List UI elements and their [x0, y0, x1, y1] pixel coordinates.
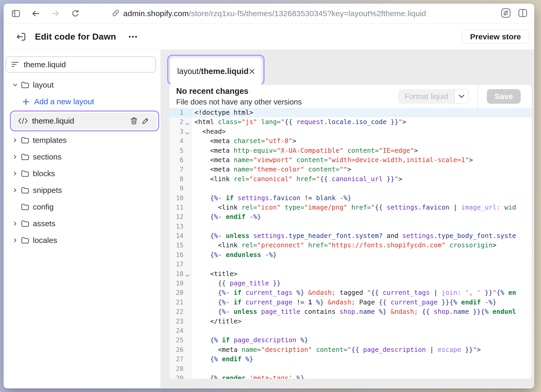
code-line-text: {%- if current_page != 1 %} &ndash; Page…	[192, 298, 496, 307]
line-number-1: 1	[169, 108, 192, 117]
code-line-3[interactable]: 3 <head>	[169, 127, 532, 136]
code-line-27[interactable]: 27 {% endif %}	[169, 354, 532, 364]
code-line-8[interactable]: 8 <link rel="canonical" href="{{ canonic…	[169, 174, 532, 184]
save-button[interactable]: Save	[487, 89, 521, 104]
forward-icon[interactable]	[51, 9, 60, 18]
code-line-text	[192, 222, 194, 231]
line-number-11: 11	[169, 203, 192, 212]
folder-label: templates	[33, 136, 67, 145]
file-item-label: theme.liquid	[32, 117, 74, 125]
folder-icon	[21, 203, 29, 211]
code-line-11[interactable]: 11 <link rel="icon" type="image/png" hre…	[169, 203, 532, 212]
fold-toggle-icon[interactable]	[186, 273, 189, 277]
fold-toggle-icon[interactable]	[186, 121, 189, 125]
status-subtitle: File does not have any other versions	[176, 98, 302, 106]
code-line-6[interactable]: 6 <meta name="viewport" content="width=d…	[169, 155, 532, 165]
split-view-icon[interactable]	[518, 9, 527, 19]
code-line-9[interactable]: 9	[169, 184, 532, 193]
line-number-5: 5	[169, 146, 192, 155]
back-icon[interactable]	[31, 9, 40, 18]
folder-icon	[21, 81, 29, 89]
folder-label: blocks	[33, 169, 55, 178]
file-item-theme-liquid[interactable]: theme.liquid	[12, 113, 157, 129]
code-line-22[interactable]: 22 {%- unless page_title contains shop.n…	[169, 307, 532, 316]
chevron-down-icon	[13, 82, 18, 88]
folder-icon	[21, 136, 29, 144]
code-line-2[interactable]: 2<html class="js" lang="{{ request.local…	[169, 117, 532, 127]
rename-file-button[interactable]	[140, 115, 151, 127]
delete-file-button[interactable]	[128, 115, 140, 127]
code-line-text: <meta charset="utf-8">	[192, 136, 296, 146]
chevron-right-icon	[13, 171, 18, 176]
code-line-26[interactable]: 26 <meta name="description" content="{{ …	[169, 345, 532, 354]
format-liquid-dropdown[interactable]	[454, 89, 469, 104]
refresh-icon[interactable]	[71, 9, 80, 18]
file-filter-input[interactable]: theme.liquid	[6, 57, 156, 72]
browser-toolbar: admin.shopify.com/store/rzq1xu-f5/themes…	[4, 4, 534, 24]
code-line-18[interactable]: 18 <title>	[169, 269, 532, 279]
tab-close-icon[interactable]	[249, 66, 255, 77]
selected-file-ring: theme.liquid	[10, 111, 159, 131]
format-liquid-button[interactable]: Format liquid	[398, 89, 454, 104]
code-line-7[interactable]: 7 <meta name="theme-color" content="">	[169, 165, 532, 174]
code-line-16[interactable]: 16 {%- endunless -%}	[169, 250, 532, 260]
toolbar-divider	[477, 85, 478, 108]
chevron-right-icon	[13, 188, 18, 193]
sidebar-folder-snippets[interactable]: snippets	[4, 182, 161, 199]
code-line-text: {%- endif -%}	[192, 212, 261, 222]
code-line-1[interactable]: 1<!doctype html>	[169, 108, 532, 117]
code-line-17[interactable]: 17	[169, 260, 532, 269]
code-line-23[interactable]: 23 </title>	[169, 317, 532, 326]
code-line-text: <link rel="icon" type="image/png" href="…	[192, 203, 516, 212]
code-line-13[interactable]: 13	[169, 222, 532, 231]
code-line-text: <link rel="preconnect" href="https://fon…	[192, 241, 496, 250]
code-line-text: <link rel="canonical" href="{{ canonical…	[192, 174, 402, 184]
sidebar-folder-config[interactable]: config	[4, 199, 161, 215]
sidebar-folder-sections[interactable]: sections	[4, 149, 161, 165]
code-line-15[interactable]: 15 <link rel="preconnect" href="https://…	[169, 241, 532, 250]
more-actions-icon[interactable]	[126, 33, 140, 40]
code-line-text: {% if page_description %}	[192, 335, 308, 345]
folder-label: locales	[33, 236, 57, 245]
code-line-5[interactable]: 5 <meta http-equiv="X-UA-Compatible" con…	[169, 146, 532, 155]
sidebar-folder-layout[interactable]: layout	[4, 77, 161, 93]
line-number-20: 20	[169, 288, 192, 297]
code-line-29[interactable]: 29 {% render 'meta-tags' %}	[169, 373, 532, 379]
code-line-text: <meta name="theme-color" content="">	[192, 165, 351, 174]
code-line-14[interactable]: 14 {%- unless settings.type_header_font.…	[169, 231, 532, 241]
code-line-text	[192, 364, 194, 373]
sidebar-folder-templates[interactable]: templates	[4, 132, 161, 149]
code-line-4[interactable]: 4 <meta charset="utf-8">	[169, 136, 532, 146]
file-sidebar: theme.liquid layoutAdd a new layout them…	[4, 50, 161, 388]
folder-icon	[21, 153, 29, 161]
fold-toggle-icon[interactable]	[186, 131, 189, 134]
code-line-text: {%- endunless -%}	[192, 250, 277, 260]
code-line-12[interactable]: 12 {%- endif -%}	[169, 212, 532, 222]
code-line-24[interactable]: 24	[169, 326, 532, 335]
preview-store-button[interactable]: Preview store	[462, 30, 529, 44]
exit-editor-icon[interactable]	[15, 31, 27, 42]
sidebar-folder-blocks[interactable]: blocks	[4, 165, 161, 182]
code-line-text: <meta name="description" content="{{ pag…	[192, 345, 481, 354]
folder-icon	[21, 186, 29, 194]
code-line-10[interactable]: 10 {%- if settings.favicon != blank -%}	[169, 193, 532, 203]
code-line-20[interactable]: 20 {%- if current_tags %} &ndash; tagged…	[169, 288, 532, 297]
code-line-19[interactable]: 19 {{ page_title }}	[169, 279, 532, 288]
tab-theme-liquid[interactable]: layout/theme.liquid	[170, 58, 261, 85]
code-line-25[interactable]: 25 {% if page_description %}	[169, 335, 532, 345]
sidebar-folder-assets[interactable]: assets	[4, 215, 161, 232]
code-line-21[interactable]: 21 {%- if current_page != 1 %} &ndash; P…	[169, 298, 532, 307]
code-line-28[interactable]: 28	[169, 364, 532, 373]
code-editor[interactable]: 1<!doctype html>2<html class="js" lang="…	[169, 108, 532, 379]
line-number-17: 17	[169, 260, 192, 269]
sidebar-toggle-icon[interactable]	[11, 9, 20, 18]
tune-icon[interactable]	[501, 8, 511, 19]
line-number-12: 12	[169, 212, 192, 222]
line-number-19: 19	[169, 279, 192, 288]
address-bar[interactable]: admin.shopify.com/store/rzq1xu-f5/themes…	[112, 4, 426, 23]
folder-label: config	[33, 203, 54, 211]
add-new-layout-button[interactable]: Add a new layout	[4, 93, 161, 110]
code-line-text: {%- unless page_title contains shop.name…	[192, 307, 516, 316]
chevron-right-icon	[13, 138, 18, 143]
sidebar-folder-locales[interactable]: locales	[4, 232, 161, 249]
